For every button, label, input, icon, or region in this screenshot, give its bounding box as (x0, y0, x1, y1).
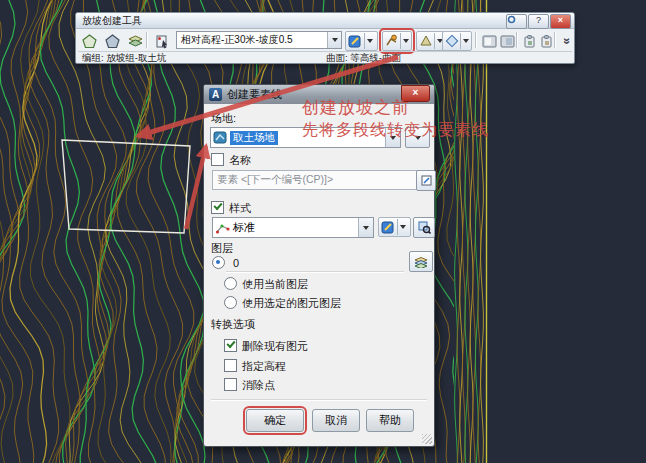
grading-editor-icon[interactable] (479, 31, 499, 51)
edit-criteria-button[interactable] (345, 31, 378, 51)
style-select[interactable]: 标准 (212, 217, 374, 238)
name-label: 名称 (229, 154, 251, 166)
cone-icon (417, 33, 434, 49)
edit-style-icon (346, 33, 364, 49)
layer-label: 图层 (204, 241, 441, 256)
style-label: 样式 (229, 202, 251, 214)
use-entity-layer-radio[interactable] (224, 296, 237, 309)
diamond-icon (443, 33, 460, 49)
resize-grip[interactable] (422, 434, 432, 444)
magnifier-icon (418, 221, 431, 234)
assign-elevations-checkbox[interactable] (224, 359, 237, 372)
site-select[interactable]: 取土场地 (210, 127, 401, 148)
elevation-editor-icon[interactable] (497, 31, 517, 51)
toolbar-icon-row: 相对高程-正30米-坡度0.5 (76, 29, 574, 51)
chevron-down-icon[interactable] (364, 33, 375, 49)
use-entity-layer-label: 使用选定的图元图层 (242, 297, 341, 309)
toolbar-pin-button[interactable] (506, 14, 527, 29)
grading-criteria-select[interactable]: 相对高程-正30米-坡度0.5 (176, 31, 342, 49)
help-button[interactable]: 帮助 (366, 409, 414, 432)
create-feature-line-dialog: A 创建要素线 × 场地: 取土场地 名称 要素 <[下一个编号(CP)]> 样… (203, 84, 435, 447)
site-picker-button[interactable] (405, 127, 430, 148)
chevron-down-icon[interactable] (327, 32, 341, 48)
feature-line-style-icon (215, 221, 231, 235)
toolbar-status-row: 编组: 放坡组-取土坑 曲面: 等高线-曲面 (76, 51, 574, 63)
dialog-title: 创建要素线 (227, 87, 282, 102)
layer-value-row: 0 (204, 256, 434, 269)
autocad-logo-icon: A (209, 88, 222, 101)
create-grading-infill-icon[interactable] (102, 31, 122, 51)
layers-icon (414, 256, 428, 268)
chevron-down-icon[interactable] (385, 128, 400, 147)
name-checkbox[interactable] (211, 153, 224, 166)
chevron-down-icon[interactable] (397, 219, 408, 235)
edit-style-icon (379, 219, 397, 235)
weed-points-checkbox[interactable] (224, 378, 237, 391)
conversion-options-label: 转换选项 (204, 317, 441, 332)
expand-toolbar-button[interactable]: » (557, 31, 577, 51)
site-label: 场地: (204, 111, 441, 126)
dialog-titlebar[interactable]: A 创建要素线 (204, 85, 434, 104)
toolbar-title: 放坡创建工具 (76, 13, 574, 29)
toolbar-close-button[interactable]: × (550, 14, 571, 29)
edit-style-button[interactable] (378, 217, 411, 237)
layer-picker-button[interactable] (409, 251, 433, 272)
style-option[interactable]: 样式 (204, 201, 441, 216)
name-option[interactable]: 名称 (204, 153, 441, 168)
use-entity-layer-option[interactable]: 使用选定的图元图层 (204, 296, 454, 311)
use-current-layer-radio[interactable] (224, 277, 237, 290)
create-grading-icon[interactable] (79, 31, 99, 51)
erase-entities-option[interactable]: 删除现有图元 (204, 339, 454, 354)
style-preview-button[interactable] (413, 217, 435, 238)
erase-entities-label: 删除现有图元 (242, 340, 308, 352)
grading-creation-toolbar: 放坡创建工具 ? × (75, 12, 575, 64)
grading-elevation-tool-button[interactable] (442, 31, 472, 51)
feature-line-icon (383, 33, 400, 49)
grading-group-icon[interactable] (125, 31, 145, 51)
layer-value: 0 (233, 257, 239, 269)
select-grading-group-icon[interactable] (152, 31, 172, 51)
chevron-down-icon[interactable] (460, 33, 471, 49)
erase-entities-checkbox[interactable] (224, 339, 237, 352)
weed-points-label: 消除点 (242, 379, 275, 391)
chevron-down-icon[interactable] (400, 33, 411, 49)
grading-criteria-value: 相对高程-正30米-坡度0.5 (177, 33, 327, 47)
cancel-button[interactable]: 取消 (312, 409, 360, 432)
dialog-close-button[interactable]: × (401, 85, 430, 102)
weed-points-option[interactable]: 消除点 (204, 378, 454, 393)
use-current-layer-option[interactable]: 使用当前图层 (204, 277, 454, 292)
site-icon (213, 130, 228, 145)
ok-button[interactable]: 确定 (246, 409, 304, 432)
toolbar-help-button[interactable]: ? (528, 14, 549, 29)
chevron-down-icon[interactable] (358, 218, 373, 237)
status-grading-group: 编组: 放坡组-取土坑 (78, 51, 322, 63)
create-feature-line-tool-button[interactable] (382, 31, 412, 51)
site-selected-value: 取土场地 (230, 131, 278, 145)
name-input[interactable]: 要素 <[下一个编号(CP)]> (212, 170, 418, 190)
name-template-button[interactable] (416, 170, 436, 191)
status-surface: 曲面: 等高线-曲面 (322, 51, 572, 63)
assign-elevations-option[interactable]: 指定高程 (204, 359, 454, 374)
use-current-layer-label: 使用当前图层 (242, 278, 308, 290)
style-selected-value: 标准 (233, 220, 255, 235)
civil3d-viewport: 放坡创建工具 ? × (0, 0, 646, 463)
assign-elevations-label: 指定高程 (242, 360, 286, 372)
layer-radio[interactable] (212, 256, 225, 269)
style-checkbox[interactable] (211, 201, 224, 214)
